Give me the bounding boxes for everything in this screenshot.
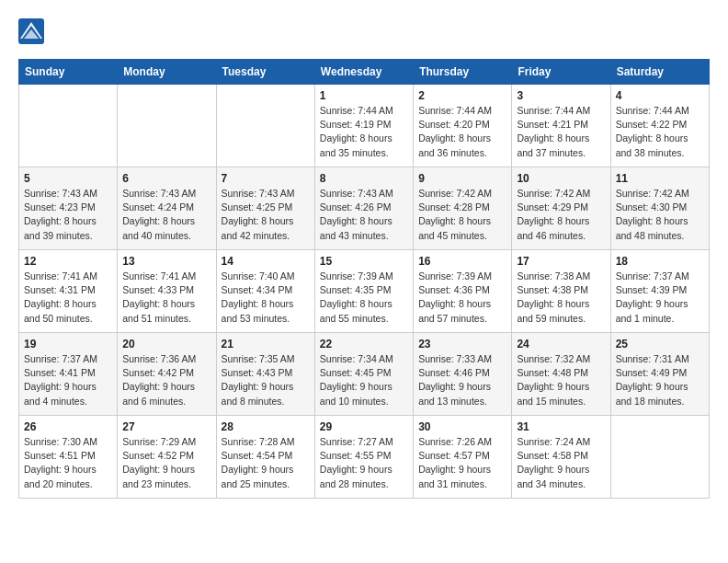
day-number: 4: [616, 89, 704, 102]
day-number: 25: [616, 338, 704, 350]
calendar-cell: 13Sunrise: 7:41 AMSunset: 4:33 PMDayligh…: [118, 250, 216, 333]
calendar-cell: 14Sunrise: 7:40 AMSunset: 4:34 PMDayligh…: [216, 250, 314, 333]
day-number: 24: [517, 338, 605, 350]
day-number: 3: [517, 89, 605, 102]
weekday-header: Saturday: [610, 60, 709, 85]
day-number: 21: [222, 338, 310, 350]
day-number: 26: [24, 420, 112, 433]
calendar-week-row: 19Sunrise: 7:37 AMSunset: 4:41 PMDayligh…: [19, 333, 710, 416]
day-info: Sunrise: 7:27 AMSunset: 4:55 PMDaylight:…: [320, 435, 408, 491]
calendar-cell: 6Sunrise: 7:43 AMSunset: 4:24 PMDaylight…: [118, 167, 216, 250]
day-number: 23: [418, 338, 506, 350]
calendar-cell: 10Sunrise: 7:42 AMSunset: 4:29 PMDayligh…: [512, 167, 610, 250]
day-info: Sunrise: 7:44 AMSunset: 4:21 PMDaylight:…: [517, 104, 605, 160]
calendar-cell: 11Sunrise: 7:42 AMSunset: 4:30 PMDayligh…: [610, 167, 709, 250]
day-info: Sunrise: 7:36 AMSunset: 4:42 PMDaylight:…: [122, 352, 210, 408]
calendar-cell: [610, 416, 709, 499]
day-number: 1: [320, 89, 408, 102]
day-info: Sunrise: 7:35 AMSunset: 4:43 PMDaylight:…: [222, 352, 310, 408]
calendar-cell: 29Sunrise: 7:27 AMSunset: 4:55 PMDayligh…: [314, 416, 413, 499]
calendar-cell: 30Sunrise: 7:26 AMSunset: 4:57 PMDayligh…: [414, 416, 512, 499]
calendar-cell: 12Sunrise: 7:41 AMSunset: 4:31 PMDayligh…: [19, 250, 118, 333]
calendar-cell: 18Sunrise: 7:37 AMSunset: 4:39 PMDayligh…: [610, 250, 709, 333]
day-info: Sunrise: 7:39 AMSunset: 4:36 PMDaylight:…: [418, 270, 506, 326]
day-info: Sunrise: 7:31 AMSunset: 4:49 PMDaylight:…: [616, 352, 704, 408]
calendar-cell: 22Sunrise: 7:34 AMSunset: 4:45 PMDayligh…: [314, 333, 413, 416]
page-header: [18, 18, 710, 44]
day-number: 7: [222, 172, 310, 185]
day-number: 11: [616, 172, 704, 185]
day-info: Sunrise: 7:43 AMSunset: 4:25 PMDaylight:…: [222, 187, 310, 243]
day-info: Sunrise: 7:37 AMSunset: 4:41 PMDaylight:…: [24, 352, 112, 408]
calendar-cell: 31Sunrise: 7:24 AMSunset: 4:58 PMDayligh…: [512, 416, 610, 499]
calendar-cell: 1Sunrise: 7:44 AMSunset: 4:19 PMDaylight…: [314, 85, 413, 167]
day-info: Sunrise: 7:43 AMSunset: 4:23 PMDaylight:…: [24, 187, 112, 243]
calendar-cell: 4Sunrise: 7:44 AMSunset: 4:22 PMDaylight…: [610, 85, 709, 167]
day-info: Sunrise: 7:24 AMSunset: 4:58 PMDaylight:…: [517, 435, 605, 491]
day-number: 14: [222, 255, 310, 268]
calendar-cell: 5Sunrise: 7:43 AMSunset: 4:23 PMDaylight…: [19, 167, 118, 250]
day-info: Sunrise: 7:42 AMSunset: 4:29 PMDaylight:…: [517, 187, 605, 243]
logo-icon: [18, 18, 44, 44]
calendar-week-row: 12Sunrise: 7:41 AMSunset: 4:31 PMDayligh…: [19, 250, 710, 333]
day-info: Sunrise: 7:28 AMSunset: 4:54 PMDaylight:…: [222, 435, 310, 491]
day-number: 13: [122, 255, 210, 268]
day-info: Sunrise: 7:37 AMSunset: 4:39 PMDaylight:…: [616, 270, 704, 326]
weekday-header: Friday: [512, 60, 610, 85]
day-info: Sunrise: 7:34 AMSunset: 4:45 PMDaylight:…: [320, 352, 408, 408]
calendar-week-row: 5Sunrise: 7:43 AMSunset: 4:23 PMDaylight…: [19, 167, 710, 250]
day-number: 18: [616, 255, 704, 268]
calendar-cell: 21Sunrise: 7:35 AMSunset: 4:43 PMDayligh…: [216, 333, 314, 416]
day-info: Sunrise: 7:44 AMSunset: 4:20 PMDaylight:…: [418, 104, 506, 160]
day-number: 29: [320, 420, 408, 433]
calendar-cell: 28Sunrise: 7:28 AMSunset: 4:54 PMDayligh…: [216, 416, 314, 499]
weekday-header: Sunday: [19, 60, 118, 85]
day-info: Sunrise: 7:40 AMSunset: 4:34 PMDaylight:…: [222, 270, 310, 326]
calendar-cell: 2Sunrise: 7:44 AMSunset: 4:20 PMDaylight…: [414, 85, 512, 167]
weekday-header: Thursday: [414, 60, 512, 85]
day-info: Sunrise: 7:41 AMSunset: 4:31 PMDaylight:…: [24, 270, 112, 326]
weekday-header: Wednesday: [314, 60, 413, 85]
day-info: Sunrise: 7:26 AMSunset: 4:57 PMDaylight:…: [418, 435, 506, 491]
day-info: Sunrise: 7:42 AMSunset: 4:28 PMDaylight:…: [418, 187, 506, 243]
day-number: 8: [320, 172, 408, 185]
logo: [18, 18, 48, 44]
weekday-header: Tuesday: [216, 60, 314, 85]
calendar-cell: 20Sunrise: 7:36 AMSunset: 4:42 PMDayligh…: [118, 333, 216, 416]
day-number: 30: [418, 420, 506, 433]
calendar-body: 1Sunrise: 7:44 AMSunset: 4:19 PMDaylight…: [19, 85, 710, 499]
day-number: 22: [320, 338, 408, 350]
day-number: 28: [222, 420, 310, 433]
calendar-cell: 15Sunrise: 7:39 AMSunset: 4:35 PMDayligh…: [314, 250, 413, 333]
calendar-cell: [118, 85, 216, 167]
day-info: Sunrise: 7:32 AMSunset: 4:48 PMDaylight:…: [517, 352, 605, 408]
day-info: Sunrise: 7:44 AMSunset: 4:22 PMDaylight:…: [616, 104, 704, 160]
day-number: 27: [122, 420, 210, 433]
calendar-cell: 3Sunrise: 7:44 AMSunset: 4:21 PMDaylight…: [512, 85, 610, 167]
calendar-cell: 8Sunrise: 7:43 AMSunset: 4:26 PMDaylight…: [314, 167, 413, 250]
day-number: 9: [418, 172, 506, 185]
weekday-header-row: SundayMondayTuesdayWednesdayThursdayFrid…: [19, 60, 710, 85]
calendar-cell: 23Sunrise: 7:33 AMSunset: 4:46 PMDayligh…: [414, 333, 512, 416]
day-info: Sunrise: 7:33 AMSunset: 4:46 PMDaylight:…: [418, 352, 506, 408]
calendar-cell: 9Sunrise: 7:42 AMSunset: 4:28 PMDaylight…: [414, 167, 512, 250]
day-number: 15: [320, 255, 408, 268]
calendar-table: SundayMondayTuesdayWednesdayThursdayFrid…: [18, 59, 710, 499]
day-number: 10: [517, 172, 605, 185]
day-number: 31: [517, 420, 605, 433]
calendar-cell: 27Sunrise: 7:29 AMSunset: 4:52 PMDayligh…: [118, 416, 216, 499]
day-info: Sunrise: 7:39 AMSunset: 4:35 PMDaylight:…: [320, 270, 408, 326]
day-number: 19: [24, 338, 112, 350]
calendar-week-row: 1Sunrise: 7:44 AMSunset: 4:19 PMDaylight…: [19, 85, 710, 167]
day-number: 16: [418, 255, 506, 268]
day-info: Sunrise: 7:44 AMSunset: 4:19 PMDaylight:…: [320, 104, 408, 160]
day-number: 12: [24, 255, 112, 268]
day-info: Sunrise: 7:41 AMSunset: 4:33 PMDaylight:…: [122, 270, 210, 326]
calendar-cell: 25Sunrise: 7:31 AMSunset: 4:49 PMDayligh…: [610, 333, 709, 416]
day-info: Sunrise: 7:43 AMSunset: 4:26 PMDaylight:…: [320, 187, 408, 243]
day-info: Sunrise: 7:38 AMSunset: 4:38 PMDaylight:…: [517, 270, 605, 326]
day-number: 6: [122, 172, 210, 185]
day-number: 20: [122, 338, 210, 350]
weekday-header: Monday: [118, 60, 216, 85]
calendar-cell: 16Sunrise: 7:39 AMSunset: 4:36 PMDayligh…: [414, 250, 512, 333]
